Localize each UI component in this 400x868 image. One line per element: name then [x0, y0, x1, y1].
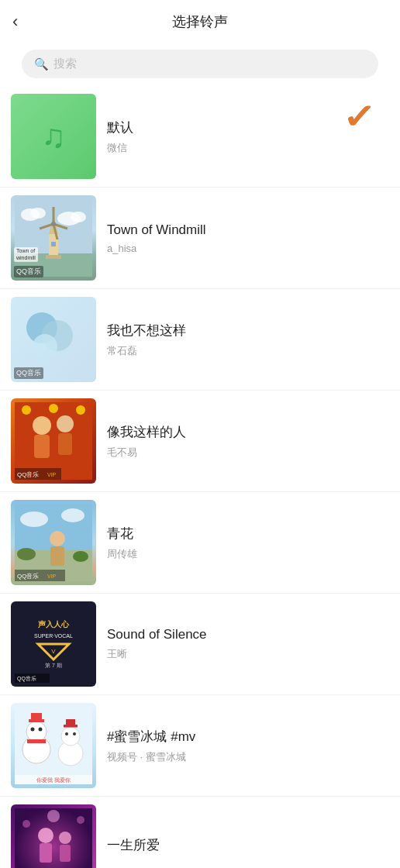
list-item[interactable]: 一生所爱 — [0, 797, 400, 868]
thumb-snow: 你爱我 我爱你 — [11, 703, 96, 788]
svg-rect-31 — [50, 546, 64, 566]
snow-svg: 你爱我 我爱你 — [15, 707, 92, 784]
song-thumbnail — [11, 804, 96, 868]
header: ‹ 选择铃声 — [0, 0, 400, 43]
purple-svg — [15, 808, 92, 868]
search-bar[interactable]: 🔍 搜索 — [22, 50, 378, 78]
back-button[interactable]: ‹ — [12, 13, 18, 30]
song-artist: 微信 — [107, 141, 389, 155]
song-list: ♫ 默认 微信 — [0, 86, 400, 868]
svg-point-54 — [61, 727, 80, 746]
list-item[interactable]: QQ音乐 我也不想这样 常石磊 — [0, 289, 400, 391]
song-thumbnail: Town ofwindmill QQ音乐 — [11, 195, 96, 281]
song-artist: 王晰 — [107, 647, 389, 661]
song-thumbnail: 声入人心 SUPER·VOCAL V 第 7 期 QQ音乐 — [11, 601, 96, 687]
list-item[interactable]: QQ音乐 VIP 青花 周传雄 — [0, 492, 400, 594]
svg-rect-17 — [34, 435, 50, 458]
song-thumbnail: QQ音乐 — [11, 297, 96, 382]
svg-rect-58 — [66, 719, 75, 726]
svg-point-56 — [73, 732, 76, 735]
song-thumbnail: QQ音乐 VIP — [11, 500, 96, 585]
perf-inner: QQ音乐 VIP — [11, 398, 96, 484]
thumb-windmill: Town ofwindmill QQ音乐 — [11, 195, 96, 281]
song-title: Town of Windmill — [107, 222, 389, 238]
thumb-performance: QQ音乐 VIP — [11, 398, 96, 484]
qq-logo: QQ音乐 — [14, 266, 43, 277]
song-thumbnail: 你爱我 我爱你 — [11, 703, 96, 788]
abstract-circles — [26, 312, 81, 367]
svg-point-22 — [76, 405, 85, 415]
svg-point-48 — [31, 728, 35, 732]
song-title: 青花 — [107, 525, 389, 542]
svg-text:SUPER·VOCAL: SUPER·VOCAL — [34, 633, 73, 639]
song-info: 一生所爱 — [107, 836, 389, 859]
list-item[interactable]: Town ofwindmill QQ音乐 Town of Windmill a_… — [0, 188, 400, 289]
svg-point-32 — [17, 548, 36, 560]
svg-text:QQ音乐: QQ音乐 — [17, 573, 39, 580]
svg-rect-64 — [40, 843, 52, 863]
svg-point-21 — [49, 404, 58, 413]
show-svg: 声入人心 SUPER·VOCAL V 第 7 期 QQ音乐 — [15, 605, 92, 683]
song-info: 像我这样的人 毛不易 — [107, 423, 389, 460]
song-title: 像我这样的人 — [107, 423, 389, 441]
svg-text:QQ音乐: QQ音乐 — [17, 471, 39, 478]
svg-rect-7 — [46, 255, 61, 259]
thumb-show: 声入人心 SUPER·VOCAL V 第 7 期 QQ音乐 — [11, 601, 96, 687]
svg-point-18 — [57, 415, 74, 432]
blue-sky-svg: QQ音乐 VIP — [15, 504, 92, 581]
svg-point-68 — [22, 820, 30, 828]
song-artist: a_hisa — [107, 243, 389, 254]
list-item[interactable]: QQ音乐 VIP 像我这样的人 毛不易 — [0, 391, 400, 492]
svg-point-3 — [30, 208, 46, 219]
thumb-purple — [11, 804, 96, 868]
svg-point-47 — [26, 722, 47, 742]
svg-rect-52 — [27, 739, 46, 743]
svg-point-13 — [51, 222, 56, 226]
song-title: 我也不想这样 — [107, 322, 389, 339]
list-item[interactable]: 声入人心 SUPER·VOCAL V 第 7 期 QQ音乐 Sound of S… — [0, 594, 400, 695]
svg-text:第 7 期: 第 7 期 — [45, 663, 62, 668]
svg-rect-19 — [58, 433, 72, 455]
performance-svg: QQ音乐 VIP — [15, 402, 92, 480]
svg-text:VIP: VIP — [47, 472, 57, 477]
qq-badge: QQ音乐 — [14, 367, 43, 379]
svg-text:声入人心: 声入人心 — [38, 620, 70, 629]
thumb-blue-sky: QQ音乐 VIP — [11, 500, 96, 585]
song-info: 青花 周传雄 — [107, 525, 389, 561]
windmill-label: Town ofwindmill — [14, 247, 38, 262]
search-bar-wrapper: 🔍 搜索 ✓ — [11, 50, 389, 78]
circle3 — [33, 334, 57, 359]
svg-point-63 — [38, 828, 53, 843]
svg-point-65 — [59, 832, 71, 844]
windmill-svg — [15, 199, 92, 277]
page-title: 选择铃声 — [172, 12, 228, 31]
svg-point-69 — [77, 816, 84, 824]
song-thumbnail: ♫ — [11, 94, 96, 179]
svg-point-16 — [33, 416, 51, 435]
svg-point-49 — [39, 728, 43, 732]
thumb-abstract: QQ音乐 — [11, 297, 96, 382]
song-title: #蜜雪冰城 #mv — [107, 728, 389, 746]
list-item[interactable]: ♫ 默认 微信 — [0, 86, 400, 188]
svg-point-29 — [61, 508, 84, 522]
song-artist: 周传雄 — [107, 547, 389, 561]
search-icon: 🔍 — [34, 57, 49, 71]
svg-point-28 — [20, 512, 48, 527]
song-artist: 视频号 · 蜜雪冰城 — [107, 750, 389, 764]
thumb-default: ♫ — [11, 94, 96, 179]
song-info: 我也不想这样 常石磊 — [107, 322, 389, 358]
song-title: Sound of Silence — [107, 627, 389, 642]
song-title: 一生所爱 — [107, 836, 389, 854]
svg-point-55 — [65, 732, 68, 735]
song-title: 默认 — [107, 119, 389, 136]
song-artist: 常石磊 — [107, 344, 389, 358]
song-info: 默认 微信 — [107, 119, 389, 155]
svg-point-20 — [22, 405, 31, 415]
search-placeholder: 搜索 — [53, 57, 77, 71]
svg-text:你爱我 我爱你: 你爱我 我爱你 — [36, 777, 71, 783]
list-item[interactable]: 你爱我 我爱你 #蜜雪冰城 #mv 视频号 · 蜜雪冰城 — [0, 695, 400, 797]
song-info: Sound of Silence 王晰 — [107, 627, 389, 661]
qq-logo: QQ音乐 — [14, 367, 43, 379]
music-note-icon: ♫ — [41, 118, 66, 155]
svg-rect-51 — [31, 713, 42, 721]
